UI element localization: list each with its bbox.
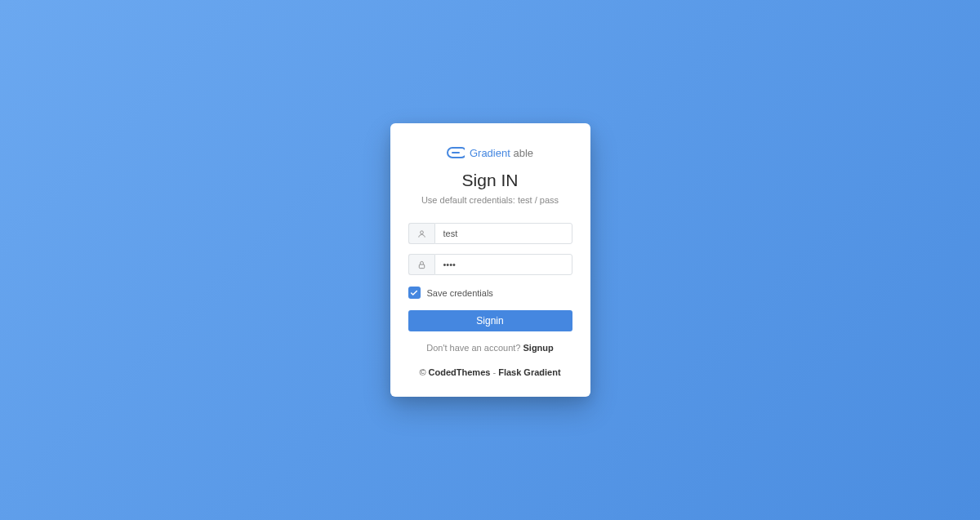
- svg-point-0: [420, 230, 423, 233]
- logo-icon: [447, 146, 465, 159]
- footer: © CodedThemes - Flask Gradient: [419, 367, 560, 377]
- username-input[interactable]: [434, 223, 572, 244]
- password-input[interactable]: [434, 254, 572, 275]
- user-icon: [408, 223, 434, 244]
- save-credentials-checkbox[interactable]: [408, 287, 421, 299]
- svg-rect-1: [419, 264, 424, 269]
- footer-link-flask-gradient[interactable]: Flask Gradient: [498, 367, 560, 377]
- save-credentials-row: Save credentials: [408, 287, 572, 299]
- save-credentials-label: Save credentials: [427, 288, 493, 298]
- signin-button[interactable]: Signin: [408, 310, 572, 331]
- password-group: [408, 254, 572, 275]
- logo-brand: Gradient: [470, 147, 510, 159]
- signin-card: Gradient able Sign IN Use default creden…: [390, 123, 590, 397]
- signup-row: Don't have an account? Signup: [426, 343, 554, 353]
- signup-link[interactable]: Signup: [523, 343, 554, 353]
- footer-copyright: ©: [419, 367, 428, 377]
- logo-suffix: able: [513, 147, 533, 159]
- subtitle: Use default credentials: test / pass: [421, 195, 559, 205]
- username-group: [408, 223, 572, 244]
- footer-link-codedthemes[interactable]: CodedThemes: [429, 367, 491, 377]
- signup-prompt: Don't have an account?: [426, 343, 523, 353]
- footer-separator: -: [490, 367, 498, 377]
- page-title: Sign IN: [462, 171, 519, 190]
- logo: Gradient able: [447, 146, 533, 159]
- logo-text: Gradient able: [470, 147, 533, 159]
- lock-icon: [408, 254, 434, 275]
